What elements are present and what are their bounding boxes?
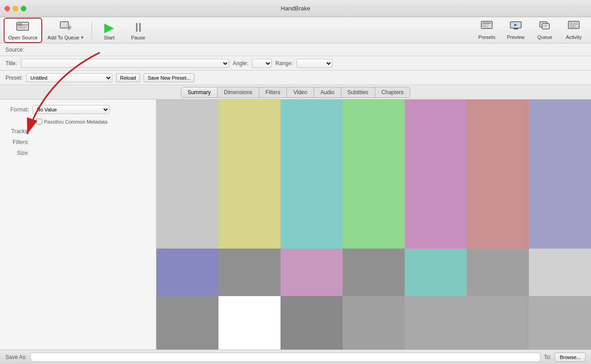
queue-button[interactable]: Queue	[531, 19, 558, 42]
color-block-teal	[281, 100, 343, 249]
tab-group: Summary Dimensions Filters Video Audio S…	[181, 87, 411, 98]
tab-audio[interactable]: Audio	[314, 87, 341, 97]
color-block-r2-3	[281, 249, 343, 296]
reload-button[interactable]: Reload	[116, 73, 140, 82]
range-select[interactable]	[296, 59, 333, 68]
format-row: Format: No Value	[5, 105, 150, 114]
title-select[interactable]	[21, 59, 229, 68]
image-area	[156, 100, 591, 364]
add-to-queue-icon	[59, 20, 72, 34]
toolbar: Open Source Add To Queue ▼ ▶ Start ⏸ Pau…	[0, 17, 591, 43]
angle-label: Angle:	[233, 60, 248, 67]
add-to-queue-dropdown-icon: ▼	[80, 35, 84, 40]
presets-label: Presets	[478, 34, 495, 40]
source-label: Source:	[5, 47, 24, 53]
color-block-rose	[467, 100, 529, 249]
left-panel: Format: No Value Passthru Common Metadat…	[0, 100, 156, 364]
svg-rect-21	[568, 21, 579, 29]
color-block-r2-7	[529, 249, 591, 296]
app-title: HandBrake	[281, 5, 310, 12]
pause-label: Pause	[131, 35, 145, 40]
bottom-bar: Save As: To: Browse...	[0, 350, 591, 364]
tracks-label: Tracks:	[5, 128, 33, 134]
size-row: Size:	[5, 150, 150, 156]
tab-filters[interactable]: Filters	[259, 87, 287, 97]
color-block-lavender	[529, 100, 591, 249]
presets-button[interactable]: Presets	[473, 19, 500, 42]
preview-icon	[510, 21, 522, 34]
close-button[interactable]	[5, 6, 10, 11]
color-block-r2-6	[467, 249, 529, 296]
toolbar-separator-1	[92, 21, 92, 39]
tab-video[interactable]: Video	[287, 87, 314, 97]
filters-label: Filters:	[5, 139, 33, 145]
to-label: To:	[544, 354, 551, 360]
color-blocks-container	[156, 100, 591, 364]
format-label: Format:	[5, 106, 33, 113]
passthru-row: Passthru Common Metadata	[36, 119, 150, 125]
save-as-input[interactable]	[30, 353, 540, 362]
format-select[interactable]: No Value	[33, 105, 110, 114]
maximize-button[interactable]	[21, 6, 26, 11]
tracks-row: Tracks:	[5, 128, 150, 134]
source-bar: Source:	[0, 43, 591, 56]
tab-subtitles[interactable]: Subtitles	[341, 87, 375, 97]
passthru-label: Passthru Common Metadata	[44, 119, 107, 125]
save-new-preset-button[interactable]: Save New Preset...	[144, 73, 194, 82]
preset-select[interactable]: Untitled	[26, 73, 112, 82]
main-content: Format: No Value Passthru Common Metadat…	[0, 100, 591, 364]
passthru-checkbox[interactable]	[36, 119, 42, 125]
add-to-queue-button[interactable]: Add To Queue ▼	[44, 19, 88, 42]
pause-button[interactable]: ⏸ Pause	[125, 18, 152, 42]
start-button[interactable]: ▶ Start	[96, 18, 123, 42]
minimize-button[interactable]	[13, 6, 18, 11]
svg-rect-18	[542, 24, 549, 29]
size-label: Size:	[5, 150, 33, 156]
add-to-queue-label: Add To Queue	[48, 35, 79, 40]
preset-label: Preset:	[5, 75, 23, 81]
svg-rect-1	[18, 23, 22, 26]
preview-label: Preview	[507, 34, 524, 40]
start-label: Start	[104, 35, 114, 40]
start-icon: ▶	[104, 20, 114, 35]
color-block-r2-1	[156, 249, 218, 296]
title-label: Title:	[5, 60, 17, 67]
toolbar-right: Presets Preview	[473, 19, 587, 42]
settings-bar: Title: Angle: Range:	[0, 56, 591, 71]
save-as-label: Save As:	[5, 354, 27, 360]
queue-icon	[539, 21, 551, 34]
color-block-r2-4	[343, 249, 405, 296]
pause-icon: ⏸	[132, 20, 145, 35]
open-source-label: Open Source	[8, 35, 38, 40]
queue-label: Queue	[537, 34, 552, 40]
color-block-yellow	[218, 100, 281, 249]
activity-label: Activity	[566, 34, 582, 40]
tab-summary[interactable]: Summary	[181, 87, 218, 97]
color-row-1	[156, 100, 591, 249]
activity-button[interactable]: Activity	[560, 19, 587, 42]
angle-select[interactable]	[252, 59, 272, 68]
color-block-r2-2	[218, 249, 281, 296]
range-label: Range:	[276, 60, 293, 67]
browse-button[interactable]: Browse...	[555, 353, 586, 362]
titlebar: HandBrake	[0, 0, 591, 17]
preview-button[interactable]: Preview	[502, 19, 529, 42]
tab-dimensions[interactable]: Dimensions	[218, 87, 259, 97]
preset-bar: Preset: Untitled Reload Save New Preset.…	[0, 71, 591, 85]
activity-icon	[568, 21, 580, 34]
open-source-icon	[16, 20, 29, 34]
window-controls	[5, 6, 26, 11]
tab-chapters[interactable]: Chapters	[375, 87, 410, 97]
color-block-gray	[156, 100, 218, 249]
color-block-pink	[405, 100, 467, 249]
color-block-green	[343, 100, 405, 249]
color-block-r2-5	[405, 249, 467, 296]
color-row-2	[156, 249, 591, 296]
filters-row: Filters:	[5, 139, 150, 145]
presets-icon	[481, 21, 493, 34]
tab-bar: Summary Dimensions Filters Video Audio S…	[0, 85, 591, 100]
open-source-button[interactable]: Open Source	[4, 18, 42, 43]
